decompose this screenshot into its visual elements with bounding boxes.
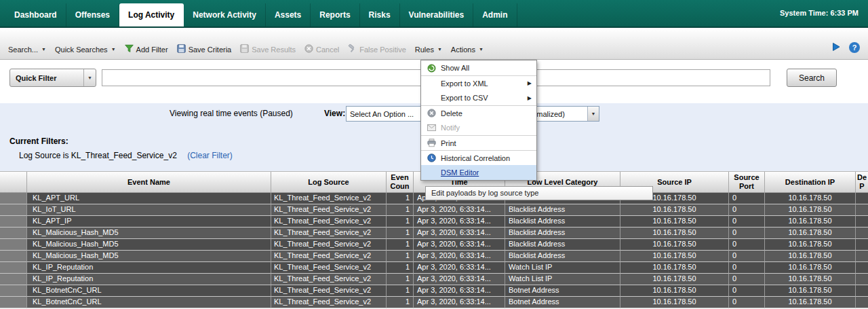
cell-event-name: KL_Malicious_Hash_MD5 <box>27 251 271 262</box>
tab-assets[interactable]: Assets <box>266 3 311 26</box>
menu-item-print[interactable]: Print <box>421 135 536 150</box>
actions-label: Actions <box>451 46 475 54</box>
search-menu-button[interactable]: Search... ▼ <box>8 46 46 54</box>
active-filter-line: Log Source is KL_Threat_Feed_Service_v2 … <box>19 151 233 160</box>
search-button[interactable]: Search <box>787 69 837 87</box>
tab-dashboard[interactable]: Dashboard <box>5 3 66 26</box>
tab-admin[interactable]: Admin <box>473 3 517 26</box>
menu-item-label: Export to XML <box>441 79 488 88</box>
column-header-destination-ip[interactable]: Destination IP <box>765 172 856 192</box>
cell-destination-port <box>856 193 868 204</box>
table-row[interactable]: KL_Malicious_Hash_MD5 KL_Threat_Feed_Ser… <box>0 228 868 239</box>
cell-flag <box>0 239 27 251</box>
cell-source-port: 0 <box>729 204 765 216</box>
cell-flag <box>0 274 27 285</box>
play-icon[interactable] <box>831 42 841 53</box>
cell-event-name: KL_IP_Reputation <box>27 262 271 274</box>
column-header-event-name[interactable]: Event Name <box>27 172 271 192</box>
menu-item-label: Delete <box>441 109 462 117</box>
cell-event-name: KL_APT_URL <box>27 193 271 204</box>
save-disk-icon <box>177 44 186 54</box>
clear-filter-link[interactable]: (Clear Filter) <box>187 151 233 160</box>
menu-item-historical-correlation[interactable]: Historical Correlation <box>421 150 536 165</box>
menu-item-show-all[interactable]: Show All <box>421 60 536 75</box>
column-header-log-source[interactable]: Log Source <box>271 172 387 192</box>
cell-time: Apr 3, 2020, 6:33:14... <box>414 251 505 262</box>
delete-circle-icon <box>425 109 437 117</box>
column-header-event-count[interactable]: Even Coun <box>387 172 414 192</box>
table-row[interactable]: KL_BotnetCnC_URL KL_Threat_Feed_Service_… <box>0 297 868 308</box>
table-row[interactable]: KL_Malicious_Hash_MD5 KL_Threat_Feed_Ser… <box>0 239 868 251</box>
cell-source-ip: 10.16.178.50 <box>620 285 729 297</box>
cell-time: Apr 3, 2020, 6:33:14... <box>414 262 505 274</box>
cell-event-count: 1 <box>387 297 414 308</box>
cell-destination-port <box>856 228 868 239</box>
cell-low-level-category: Watch List IP <box>505 274 620 285</box>
envelope-icon <box>425 124 437 131</box>
cell-flag <box>0 285 27 297</box>
table-row[interactable]: KL_IP_Reputation KL_Threat_Feed_Service_… <box>0 274 868 285</box>
table-row[interactable]: KL_Malicious_Hash_MD5 KL_Threat_Feed_Ser… <box>0 251 868 262</box>
save-criteria-button[interactable]: Save Criteria <box>177 44 232 54</box>
cell-event-count: 1 <box>387 204 414 216</box>
chevron-down-icon: ▼ <box>437 47 442 52</box>
cell-source-port: 0 <box>729 251 765 262</box>
help-icon[interactable]: ? <box>849 42 860 53</box>
nav-tabs: Dashboard Offenses Log Activity Network … <box>5 3 517 26</box>
quick-filter-dropdown[interactable]: Quick Filter ▼ <box>9 69 96 87</box>
menu-item-export-to-xml[interactable]: Export to XML ▶ <box>421 75 536 90</box>
quick-searches-label: Quick Searches <box>55 46 108 54</box>
menu-item-delete[interactable]: Delete <box>421 105 536 120</box>
cell-destination-ip: 10.16.178.50 <box>765 285 856 297</box>
column-header-destination-port[interactable]: De P <box>856 172 868 192</box>
cell-destination-port <box>856 216 868 228</box>
cell-flag <box>0 251 27 262</box>
cancel-button[interactable]: Cancel <box>304 44 339 54</box>
filter-funnel-icon <box>125 44 134 54</box>
cell-event-count: 1 <box>387 285 414 297</box>
table-row[interactable]: KL_APT_IP KL_Threat_Feed_Service_v2 1 Ap… <box>0 216 868 228</box>
tab-offenses[interactable]: Offenses <box>66 3 119 26</box>
clock-icon <box>425 153 437 162</box>
cell-destination-ip: 10.16.178.50 <box>765 274 856 285</box>
column-header-flag[interactable] <box>0 172 27 192</box>
rules-button[interactable]: Rules ▼ <box>415 46 442 54</box>
table-row[interactable]: KL_BotnetCnC_URL KL_Threat_Feed_Service_… <box>0 285 868 297</box>
cell-source-port: 0 <box>729 262 765 274</box>
tab-risks[interactable]: Risks <box>360 3 400 26</box>
menu-item-notify[interactable]: Notify <box>421 120 536 135</box>
cell-log-source: KL_Threat_Feed_Service_v2 <box>271 216 387 228</box>
table-row[interactable]: KL_IoT_URL KL_Threat_Feed_Service_v2 1 A… <box>0 204 868 216</box>
actions-button[interactable]: Actions ▼ <box>451 46 484 54</box>
cell-event-name: KL_BotnetCnC_URL <box>27 297 271 308</box>
tab-reports[interactable]: Reports <box>311 3 359 26</box>
cell-log-source: KL_Threat_Feed_Service_v2 <box>271 251 387 262</box>
tab-log-activity[interactable]: Log Activity <box>119 3 184 26</box>
submenu-arrow-icon: ▶ <box>528 80 532 86</box>
cell-low-level-category: Blacklist Address <box>505 228 620 239</box>
cell-flag <box>0 193 27 204</box>
tab-vulnerabilities[interactable]: Vulnerabilities <box>400 3 474 26</box>
column-header-source-port[interactable]: Source Port <box>729 172 765 192</box>
menu-item-export-to-csv[interactable]: Export to CSV ▶ <box>421 90 536 105</box>
false-positive-button[interactable]: False Positive <box>348 44 406 54</box>
table-row[interactable]: KL_IP_Reputation KL_Threat_Feed_Service_… <box>0 262 868 274</box>
tab-network-activity[interactable]: Network Activity <box>184 3 266 26</box>
cell-destination-ip: 10.16.178.50 <box>765 193 856 204</box>
cell-source-port: 0 <box>729 239 765 251</box>
quick-searches-button[interactable]: Quick Searches ▼ <box>55 46 116 54</box>
chevron-down-icon: ▼ <box>41 47 46 52</box>
cell-source-ip: 10.16.178.50 <box>620 297 729 308</box>
cell-source-ip: 10.16.178.50 <box>620 228 729 239</box>
save-results-button[interactable]: Save Results <box>240 44 296 54</box>
cell-destination-ip: 10.16.178.50 <box>765 228 856 239</box>
cell-time: Apr 3, 2020, 6:33:14... <box>414 297 505 308</box>
cell-low-level-category: Blacklist Address <box>505 216 620 228</box>
cell-log-source: KL_Threat_Feed_Service_v2 <box>271 285 387 297</box>
save-disk-icon <box>240 44 249 54</box>
cell-log-source: KL_Threat_Feed_Service_v2 <box>271 274 387 285</box>
cell-low-level-category: Blacklist Address <box>505 239 620 251</box>
cell-source-ip: 10.16.178.50 <box>620 204 729 216</box>
menu-item-dsm-editor[interactable]: DSM Editor <box>421 165 536 180</box>
add-filter-button[interactable]: Add Filter <box>125 44 168 54</box>
